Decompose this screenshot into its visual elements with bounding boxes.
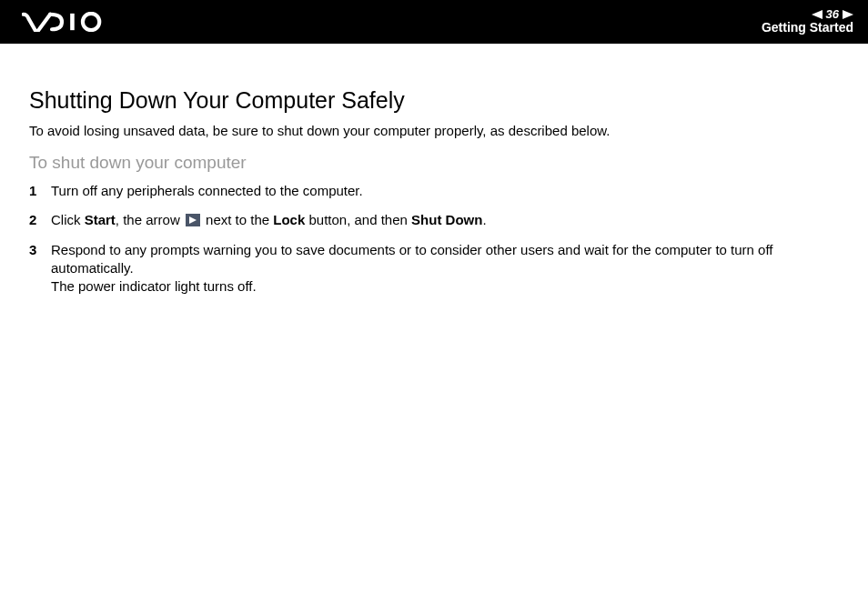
content-area: Shutting Down Your Computer Safely To av… — [0, 44, 868, 296]
bold-text: Lock — [273, 212, 305, 227]
text-fragment: button, and then — [305, 212, 411, 227]
header-bar: 36 Getting Started — [0, 0, 868, 44]
subheading: To shut down your computer — [29, 153, 839, 173]
step-item: 1 Turn off any peripherals connected to … — [29, 182, 839, 200]
header-right: 36 Getting Started — [762, 8, 853, 35]
steps-list: 1 Turn off any peripherals connected to … — [29, 182, 839, 296]
page-navigation: 36 — [812, 8, 853, 21]
text-fragment: next to the — [202, 212, 273, 227]
svg-marker-2 — [812, 10, 823, 19]
svg-marker-3 — [843, 10, 853, 19]
section-label: Getting Started — [762, 21, 853, 35]
step-number: 1 — [29, 182, 51, 200]
text-fragment: Click — [51, 212, 85, 227]
svg-marker-4 — [189, 216, 197, 224]
page-title: Shutting Down Your Computer Safely — [29, 87, 839, 114]
text-line: The power indicator light turns off. — [51, 278, 257, 294]
bold-text: Start — [85, 212, 116, 227]
intro-text: To avoid losing unsaved data, be sure to… — [29, 123, 839, 138]
step-text: Respond to any prompts warning you to sa… — [51, 241, 839, 296]
text-fragment: . — [482, 212, 486, 227]
nav-next-icon[interactable] — [843, 10, 853, 19]
step-text: Turn off any peripherals connected to th… — [51, 182, 839, 200]
step-number: 2 — [29, 211, 51, 229]
vaio-logo — [22, 12, 122, 32]
page-number: 36 — [826, 8, 839, 21]
text-line: Respond to any prompts warning you to sa… — [51, 242, 772, 276]
step-item: 2 Click Start, the arrow next to the Loc… — [29, 211, 839, 229]
step-number: 3 — [29, 241, 51, 296]
arrow-right-icon — [186, 214, 200, 226]
svg-point-1 — [83, 14, 99, 30]
step-item: 3 Respond to any prompts warning you to … — [29, 241, 839, 296]
svg-rect-0 — [70, 14, 75, 30]
step-text: Click Start, the arrow next to the Lock … — [51, 211, 839, 229]
nav-prev-icon[interactable] — [812, 10, 823, 19]
bold-text: Shut Down — [411, 212, 482, 227]
text-fragment: , the arrow — [116, 212, 184, 227]
